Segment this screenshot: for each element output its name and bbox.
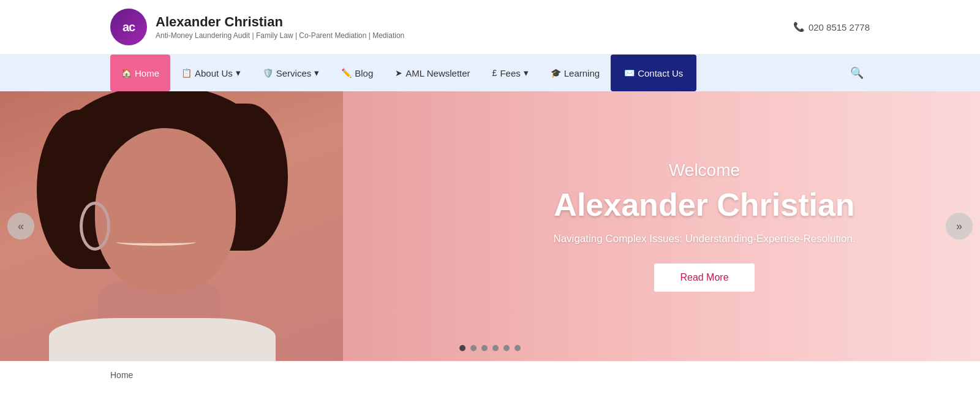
- logo-text: Alexander Christian Anti-Money Launderin…: [156, 14, 404, 40]
- about-icon: 📋: [181, 68, 192, 78]
- nav-item-learning[interactable]: 🎓 Learning: [540, 55, 611, 91]
- blog-icon: ✏️: [341, 68, 352, 78]
- chevron-down-icon: ▾: [236, 67, 241, 78]
- carousel-dot-4[interactable]: [492, 345, 499, 351]
- carousel-dot-2[interactable]: [470, 345, 477, 351]
- nav-item-services[interactable]: 🛡️ Services ▾: [252, 55, 331, 91]
- hero-cta-button[interactable]: Read More: [654, 264, 754, 292]
- main-navbar: 🏠 Home 📋 About Us ▾ 🛡️ Services ▾ ✏️ Blo…: [0, 55, 980, 91]
- phone-area[interactable]: 📞 020 8515 2778: [793, 21, 870, 32]
- contact-icon: ✉️: [624, 68, 635, 78]
- aml-icon: ➤: [395, 68, 402, 78]
- services-icon: 🛡️: [263, 68, 273, 78]
- hero-title: Alexander Christian: [490, 186, 919, 223]
- chevron-down-icon: ▾: [314, 67, 319, 78]
- nav-item-fees[interactable]: £ Fees ▾: [481, 55, 540, 91]
- hero-section: Welcome Alexander Christian Navigating C…: [0, 91, 980, 361]
- logo-icon: ac: [110, 9, 147, 45]
- phone-icon: 📞: [793, 21, 805, 32]
- earring-left: [80, 202, 110, 251]
- search-button[interactable]: 🔍: [844, 66, 870, 80]
- hero-image-area: [0, 91, 343, 361]
- carousel-dots: [459, 345, 521, 351]
- breadcrumb: Home: [0, 361, 980, 389]
- fees-icon: £: [492, 68, 497, 78]
- hero-content: Welcome Alexander Christian Navigating C…: [490, 161, 919, 292]
- site-header: ac Alexander Christian Anti-Money Launde…: [0, 0, 980, 55]
- hero-subtitle: Navigating Complex Issues: Understanding…: [490, 233, 919, 245]
- breadcrumb-home[interactable]: Home: [110, 370, 133, 380]
- face-shape: [95, 128, 236, 294]
- smile-shape: [116, 238, 196, 246]
- logo-area: ac Alexander Christian Anti-Money Launde…: [110, 9, 404, 45]
- search-icon: 🔍: [850, 67, 864, 79]
- chevron-left-icon: «: [18, 220, 24, 233]
- hero-welcome-text: Welcome: [490, 161, 919, 180]
- phone-number: 020 8515 2778: [809, 22, 870, 32]
- carousel-next-button[interactable]: »: [946, 213, 973, 240]
- white-top: [49, 318, 276, 361]
- nav-item-aml[interactable]: ➤ AML Newsletter: [384, 55, 481, 91]
- chevron-right-icon: »: [956, 220, 962, 233]
- carousel-dot-3[interactable]: [481, 345, 488, 351]
- nav-item-contact[interactable]: ✉️ Contact Us: [611, 55, 696, 91]
- nav-item-about[interactable]: 📋 About Us ▾: [170, 55, 252, 91]
- carousel-dot-5[interactable]: [503, 345, 510, 351]
- carousel-dot-6[interactable]: [514, 345, 521, 351]
- company-tagline: Anti-Money Laundering Audit | Family Law…: [156, 31, 404, 40]
- carousel-dot-1[interactable]: [459, 345, 466, 351]
- home-icon: 🏠: [121, 68, 132, 78]
- nav-item-blog[interactable]: ✏️ Blog: [330, 55, 384, 91]
- carousel-prev-button[interactable]: «: [7, 213, 34, 240]
- learning-icon: 🎓: [551, 68, 561, 78]
- company-name: Alexander Christian: [156, 14, 404, 30]
- nav-item-home[interactable]: 🏠 Home: [110, 55, 170, 91]
- chevron-down-icon: ▾: [524, 67, 529, 78]
